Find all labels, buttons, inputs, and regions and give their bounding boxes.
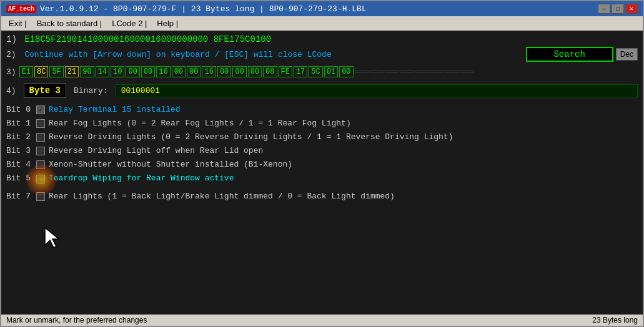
title-bar-left: AF_tech Ver.1.0.9.12 - 8P0-907-279-F | 2… [6,4,367,14]
hex-cell-12: 16 [202,66,215,77]
status-bar: Mark or unmark, for the preferred change… [1,315,643,326]
menu-exit[interactable]: Exit | [4,17,32,29]
hex-cell-14: 00 [232,66,246,77]
bit5-desc: Teardrop Wiping for Rear Window active [49,172,234,185]
bit0-checkbox[interactable]: ✓ [36,105,45,114]
bit2-checkbox[interactable] [36,133,45,142]
row1-value: E18C5F21901410000016000016000000000 8FE1… [24,34,271,44]
bit5-checkbox[interactable] [36,175,45,183]
title-controls: — □ ✕ [598,4,638,14]
row4-header: 4) Byte 3 Binary: 00100001 [6,83,638,98]
bit3-checkbox[interactable] [36,147,45,155]
hex-cell-6: 10 [111,66,124,77]
hex-cell-18: 17 [294,66,307,77]
list-item: Bit 0 ✓ Relay Terminal 15 installed [6,103,638,117]
window-title: Ver.1.0.9.12 - 8P0-907-279-F | 23 Bytes … [40,4,367,14]
row1-prefix: 1) [6,34,17,44]
hex-cell-5: 14 [96,66,109,77]
byte3-label: Byte 3 [29,85,61,95]
search-input[interactable] [526,47,613,62]
menu-bar: Exit | Back to standard | LCode 2 | Help… [1,16,643,31]
list-item: Bit 4 Xenon-Shutter without Shutter inst… [6,158,638,172]
row2-text: Continue with [Arrow down] on keyboard /… [24,50,331,59]
hex-cell-9: 16 [156,66,170,77]
bit4-checkbox[interactable] [36,160,45,169]
bit2-label: Bit 2 [6,130,32,144]
hex-cell-8: 00 [141,66,155,77]
search-area: Dec [526,47,638,62]
hex-cell-26 [415,71,429,73]
menu-back-to-standard[interactable]: Back to standard | [32,17,107,29]
bit3-label: Bit 3 [6,144,32,158]
bit7-label: Bit 7 [6,190,32,203]
hex-cell-0: E1 [19,66,33,77]
hex-cell-28 [445,71,458,73]
bit1-desc: Rear Fog Lights (0 = 2 Rear Fog Lights /… [49,117,351,130]
hex-cell-2: 5F [49,66,63,77]
bit4-label: Bit 4 [6,158,32,172]
hex-cell-23 [370,71,384,73]
menu-lcode2[interactable]: LCode 2 | [107,17,152,29]
hex-cell-22 [355,71,369,73]
hex-cell-19: 5C [309,66,322,77]
list-item: Bit 5 Teardrop Wiping for Rear Window ac… [6,172,638,185]
status-right: 23 Bytes long [592,316,638,325]
row2: 2) Continue with [Arrow down] on keyboar… [6,47,638,62]
menu-help[interactable]: Help | [152,17,183,29]
bit7-checkbox[interactable] [36,192,45,201]
main-content: 1) E18C5F21901410000016000016000000000 8… [1,31,643,315]
title-bar: AF_tech Ver.1.0.9.12 - 8P0-907-279-F | 2… [1,1,643,16]
hex-cell-29 [460,71,473,73]
bit3-desc: Reverse Driving Light off when Rear Lid … [49,144,263,158]
hex-cell-7: 00 [126,66,139,77]
hex-cell-16: 08 [263,66,277,77]
svg-marker-0 [45,228,59,248]
hex-cell-17: FE [279,66,292,77]
row3-prefix: 3) [6,67,16,77]
byte3-box: Byte 3 [24,83,66,98]
row4-prefix: 4) [6,86,16,95]
bit1-label: Bit 1 [6,117,32,130]
hex-cell-13: 00 [217,66,231,77]
row4-area: 4) Byte 3 Binary: 00100001 Bit 0 ✓ Relay… [6,83,638,203]
binary-prefix: Binary: [74,86,108,95]
bit7-desc: Rear Lights (1 = Back Light/Brake Light … [49,190,395,203]
hex-cell-21: 00 [339,66,353,77]
list-item: Bit 2 Reverse Driving Lights (0 = 2 Reve… [6,130,638,144]
bit0-desc: Relay Terminal 15 installed [49,103,181,117]
hex-cell-27 [430,71,443,73]
bit0-label: Bit 0 [6,103,32,117]
maximize-button[interactable]: □ [612,4,624,14]
bits-list: Bit 0 ✓ Relay Terminal 15 installed Bit … [6,103,638,203]
row1: 1) E18C5F21901410000016000016000000000 8… [6,34,638,44]
minimize-button[interactable]: — [598,4,610,14]
main-window: AF_tech Ver.1.0.9.12 - 8P0-907-279-F | 2… [0,0,644,327]
hex-cell-15: 00 [248,66,262,77]
row2-text-area: 2) Continue with [Arrow down] on keyboar… [6,49,332,60]
hex-cell-3: 21 [65,66,79,77]
bit5-label: Bit 5 [6,172,32,185]
bit1-checkbox[interactable] [36,119,45,128]
hex-cell-10: 00 [172,66,186,77]
list-item: Bit 7 Rear Lights (1 = Back Light/Brake … [6,190,638,203]
row2-prefix: 2) [6,50,16,59]
hex-cell-11: 00 [187,66,201,77]
bit4-desc: Xenon-Shutter without Shutter installed … [49,158,292,172]
close-button[interactable]: ✕ [625,4,638,14]
hex-cell-24 [385,71,399,73]
binary-value: 00100001 [121,86,160,95]
app-icon: AF_tech [6,5,36,13]
hex-cell-1: 8C [34,66,48,77]
bit2-desc: Reverse Driving Lights (0 = 2 Reverse Dr… [49,130,453,144]
binary-bar: 00100001 [116,84,638,97]
hex-cell-25 [400,71,414,73]
status-left: Mark or unmark, for the preferred change… [6,316,147,325]
list-item: Bit 3 Reverse Driving Light off when Rea… [6,144,638,158]
list-item: Bit 1 Rear Fog Lights (0 = 2 Rear Fog Li… [6,117,638,130]
hex-cell-20: 01 [324,66,338,77]
dec-button[interactable]: Dec [616,48,638,61]
row3: 3) E1 8C 5F 21 90 14 10 00 00 16 00 00 1… [6,66,638,78]
hex-cell-4: 90 [80,66,94,77]
